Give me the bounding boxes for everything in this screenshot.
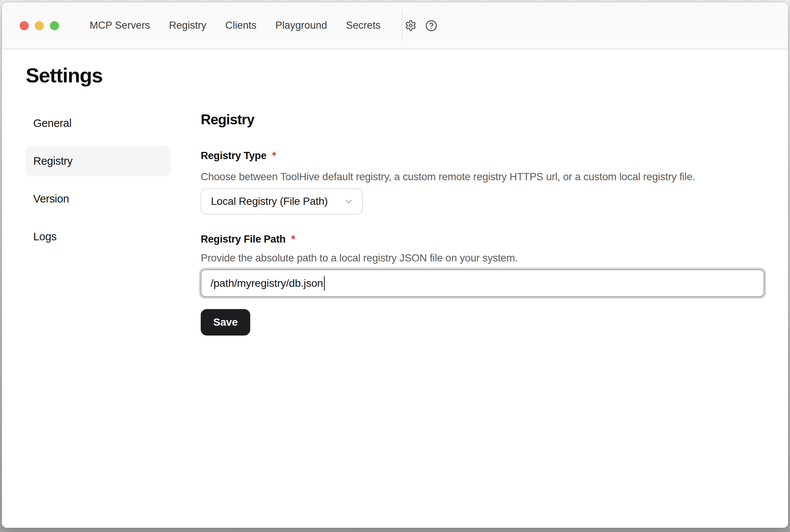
- main-nav: MCP Servers Registry Clients Playground …: [90, 20, 381, 31]
- help-button[interactable]: [423, 17, 440, 34]
- registry-file-path-input[interactable]: /path/myregistry/db.json: [201, 269, 764, 297]
- section-heading: Registry: [201, 112, 764, 127]
- registry-type-selected-value: Local Registry (File Path): [211, 195, 328, 207]
- app-window: MCP Servers Registry Clients Playground …: [2, 2, 788, 528]
- registry-type-description: Choose between ToolHive default registry…: [201, 170, 764, 183]
- chevron-down-icon: [344, 196, 354, 207]
- sidebar-item-registry[interactable]: Registry: [26, 146, 170, 176]
- window-controls: [20, 21, 59, 30]
- nav-item-playground[interactable]: Playground: [276, 20, 327, 31]
- registry-type-label: Registry Type *: [201, 149, 764, 162]
- nav-item-secrets[interactable]: Secrets: [346, 20, 381, 31]
- nav-item-registry[interactable]: Registry: [169, 20, 206, 31]
- registry-file-path-description: Provide the absolute path to a local reg…: [201, 252, 764, 264]
- settings-sidebar: General Registry Version Logs: [26, 108, 170, 336]
- required-asterisk: *: [272, 149, 276, 162]
- registry-type-select[interactable]: Local Registry (File Path): [201, 188, 363, 215]
- nav-item-clients[interactable]: Clients: [225, 20, 257, 31]
- settings-layout: General Registry Version Logs Registry R…: [2, 108, 788, 336]
- text-cursor: [324, 276, 325, 291]
- settings-gear-button[interactable]: [403, 17, 419, 34]
- input-value: /path/myregistry/db.json: [211, 277, 323, 289]
- save-button[interactable]: Save: [201, 309, 250, 336]
- gear-icon: [405, 20, 417, 31]
- help-icon: [425, 20, 437, 32]
- zoom-button[interactable]: [50, 21, 59, 30]
- sidebar-item-version[interactable]: Version: [26, 184, 170, 214]
- minimize-button[interactable]: [35, 21, 44, 30]
- page-title: Settings: [26, 63, 788, 87]
- nav-item-mcp-servers[interactable]: MCP Servers: [90, 20, 150, 31]
- title-bar: MCP Servers Registry Clients Playground …: [2, 2, 788, 49]
- required-asterisk: *: [291, 233, 295, 246]
- sidebar-item-logs[interactable]: Logs: [26, 221, 170, 252]
- close-button[interactable]: [20, 21, 29, 30]
- sidebar-item-general[interactable]: General: [26, 108, 170, 139]
- registry-file-path-label: Registry File Path *: [201, 233, 764, 246]
- registry-settings-panel: Registry Registry Type * Choose between …: [201, 108, 764, 336]
